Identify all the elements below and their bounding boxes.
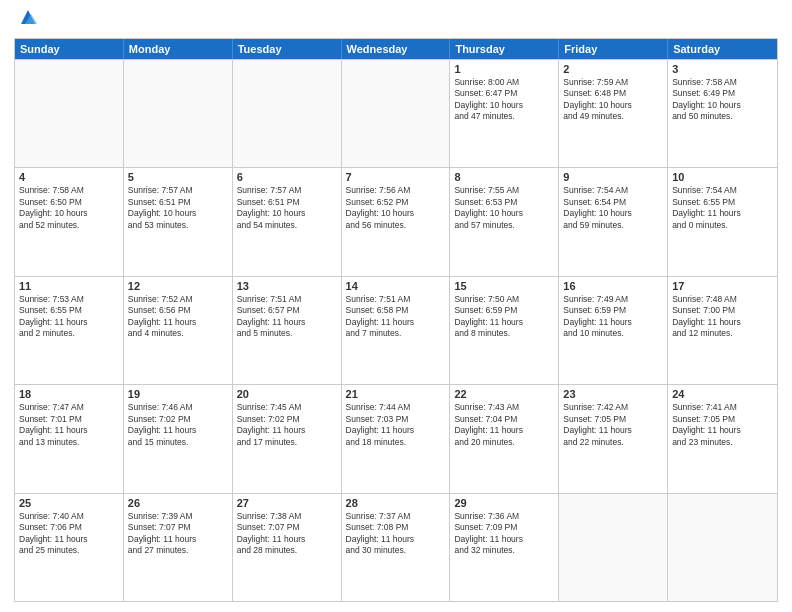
calendar-cell: 29Sunrise: 7:36 AMSunset: 7:09 PMDayligh… <box>450 494 559 601</box>
day-number: 12 <box>128 280 228 292</box>
cell-line: Sunrise: 7:54 AM <box>672 185 773 196</box>
cell-line: Daylight: 11 hours <box>128 425 228 436</box>
cell-line: and 5 minutes. <box>237 328 337 339</box>
cell-line: Daylight: 11 hours <box>563 425 663 436</box>
calendar-cell: 2Sunrise: 7:59 AMSunset: 6:48 PMDaylight… <box>559 60 668 167</box>
day-number: 21 <box>346 388 446 400</box>
page: SundayMondayTuesdayWednesdayThursdayFrid… <box>0 0 792 612</box>
calendar-cell: 9Sunrise: 7:54 AMSunset: 6:54 PMDaylight… <box>559 168 668 275</box>
cell-line: Daylight: 11 hours <box>346 317 446 328</box>
day-number: 17 <box>672 280 773 292</box>
day-number: 24 <box>672 388 773 400</box>
calendar-header: SundayMondayTuesdayWednesdayThursdayFrid… <box>15 39 777 59</box>
cell-line: Sunrise: 7:57 AM <box>128 185 228 196</box>
cell-line: Sunrise: 7:48 AM <box>672 294 773 305</box>
calendar-cell: 14Sunrise: 7:51 AMSunset: 6:58 PMDayligh… <box>342 277 451 384</box>
cell-line: and 52 minutes. <box>19 220 119 231</box>
cell-line: Daylight: 11 hours <box>672 208 773 219</box>
day-number: 27 <box>237 497 337 509</box>
calendar-header-cell: Tuesday <box>233 39 342 59</box>
calendar-header-cell: Wednesday <box>342 39 451 59</box>
cell-line: Sunset: 7:00 PM <box>672 305 773 316</box>
cell-line: and 50 minutes. <box>672 111 773 122</box>
cell-line: and 18 minutes. <box>346 437 446 448</box>
cell-line: Daylight: 10 hours <box>454 100 554 111</box>
cell-line: Sunrise: 7:59 AM <box>563 77 663 88</box>
logo-icon <box>17 6 39 32</box>
cell-line: and 49 minutes. <box>563 111 663 122</box>
day-number: 7 <box>346 171 446 183</box>
calendar-cell: 6Sunrise: 7:57 AMSunset: 6:51 PMDaylight… <box>233 168 342 275</box>
cell-line: and 59 minutes. <box>563 220 663 231</box>
cell-line: Daylight: 10 hours <box>672 100 773 111</box>
calendar-cell: 23Sunrise: 7:42 AMSunset: 7:05 PMDayligh… <box>559 385 668 492</box>
calendar-cell: 16Sunrise: 7:49 AMSunset: 6:59 PMDayligh… <box>559 277 668 384</box>
cell-line: Daylight: 10 hours <box>128 208 228 219</box>
cell-line: Sunrise: 7:36 AM <box>454 511 554 522</box>
cell-line: Sunset: 6:52 PM <box>346 197 446 208</box>
cell-line: Sunset: 7:05 PM <box>672 414 773 425</box>
cell-line: and 54 minutes. <box>237 220 337 231</box>
cell-line: Sunset: 7:04 PM <box>454 414 554 425</box>
cell-line: Sunset: 6:48 PM <box>563 88 663 99</box>
cell-line: Sunrise: 7:54 AM <box>563 185 663 196</box>
cell-line: Daylight: 11 hours <box>237 317 337 328</box>
cell-line: Sunrise: 7:41 AM <box>672 402 773 413</box>
day-number: 9 <box>563 171 663 183</box>
cell-line: and 8 minutes. <box>454 328 554 339</box>
cell-line: Daylight: 10 hours <box>563 208 663 219</box>
logo-text <box>14 10 39 32</box>
cell-line: Sunset: 6:54 PM <box>563 197 663 208</box>
cell-line: Sunset: 6:59 PM <box>454 305 554 316</box>
cell-line: and 17 minutes. <box>237 437 337 448</box>
cell-line: Sunset: 6:53 PM <box>454 197 554 208</box>
calendar-cell: 1Sunrise: 8:00 AMSunset: 6:47 PMDaylight… <box>450 60 559 167</box>
cell-line: and 28 minutes. <box>237 545 337 556</box>
calendar-cell: 4Sunrise: 7:58 AMSunset: 6:50 PMDaylight… <box>15 168 124 275</box>
cell-line: Sunrise: 7:46 AM <box>128 402 228 413</box>
cell-line: and 4 minutes. <box>128 328 228 339</box>
cell-line: Daylight: 10 hours <box>454 208 554 219</box>
cell-line: Sunrise: 7:51 AM <box>237 294 337 305</box>
day-number: 2 <box>563 63 663 75</box>
day-number: 23 <box>563 388 663 400</box>
day-number: 16 <box>563 280 663 292</box>
cell-line: Sunrise: 7:58 AM <box>19 185 119 196</box>
cell-line: and 2 minutes. <box>19 328 119 339</box>
cell-line: Sunrise: 7:57 AM <box>237 185 337 196</box>
cell-line: Sunset: 7:02 PM <box>237 414 337 425</box>
cell-line: Sunset: 7:09 PM <box>454 522 554 533</box>
cell-line: and 23 minutes. <box>672 437 773 448</box>
calendar-cell: 25Sunrise: 7:40 AMSunset: 7:06 PMDayligh… <box>15 494 124 601</box>
day-number: 3 <box>672 63 773 75</box>
cell-line: and 7 minutes. <box>346 328 446 339</box>
calendar-cell <box>15 60 124 167</box>
cell-line: Daylight: 11 hours <box>19 425 119 436</box>
calendar: SundayMondayTuesdayWednesdayThursdayFrid… <box>14 38 778 602</box>
day-number: 4 <box>19 171 119 183</box>
day-number: 22 <box>454 388 554 400</box>
calendar-cell <box>559 494 668 601</box>
cell-line: Daylight: 11 hours <box>346 425 446 436</box>
calendar-row: 1Sunrise: 8:00 AMSunset: 6:47 PMDaylight… <box>15 59 777 167</box>
calendar-cell <box>342 60 451 167</box>
day-number: 20 <box>237 388 337 400</box>
cell-line: Daylight: 11 hours <box>19 317 119 328</box>
calendar-header-cell: Thursday <box>450 39 559 59</box>
calendar-cell: 5Sunrise: 7:57 AMSunset: 6:51 PMDaylight… <box>124 168 233 275</box>
cell-line: and 53 minutes. <box>128 220 228 231</box>
calendar-row: 11Sunrise: 7:53 AMSunset: 6:55 PMDayligh… <box>15 276 777 384</box>
calendar-cell: 7Sunrise: 7:56 AMSunset: 6:52 PMDaylight… <box>342 168 451 275</box>
cell-line: Sunset: 6:47 PM <box>454 88 554 99</box>
day-number: 8 <box>454 171 554 183</box>
cell-line: Sunset: 7:07 PM <box>237 522 337 533</box>
cell-line: Sunrise: 7:47 AM <box>19 402 119 413</box>
cell-line: Daylight: 11 hours <box>19 534 119 545</box>
cell-line: Sunset: 7:01 PM <box>19 414 119 425</box>
cell-line: and 10 minutes. <box>563 328 663 339</box>
cell-line: Daylight: 11 hours <box>672 317 773 328</box>
logo <box>14 10 39 32</box>
day-number: 28 <box>346 497 446 509</box>
calendar-cell: 12Sunrise: 7:52 AMSunset: 6:56 PMDayligh… <box>124 277 233 384</box>
cell-line: Sunrise: 7:50 AM <box>454 294 554 305</box>
